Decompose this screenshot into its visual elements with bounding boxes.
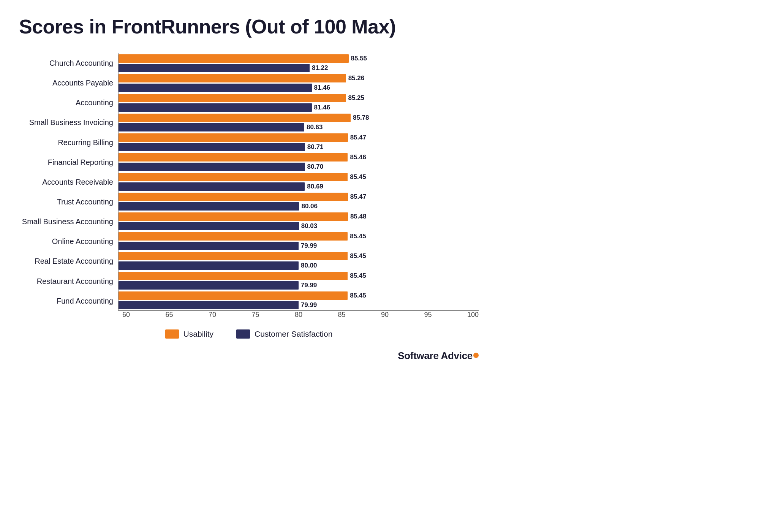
bar-satisfaction-value: 81.46 [314,84,330,92]
bar-usability-value: 85.47 [350,193,367,201]
bar-row-usability: 85.47 [119,193,479,201]
y-label: Accounts Receivable [42,172,113,192]
legend-satisfaction-label: Customer Satisfaction [255,329,332,339]
bar-satisfaction-value: 79.99 [301,301,317,309]
x-tick: 95 [424,311,432,319]
bar-row-satisfaction: 80.70 [119,163,479,171]
bar-row-usability: 85.45 [119,252,479,260]
bar-satisfaction [119,242,299,250]
bar-usability [119,173,348,181]
bar-row-usability: 85.55 [119,54,479,63]
bar-group: 85.4579.99 [119,290,479,310]
bar-usability-value: 85.45 [350,272,366,280]
bar-group: 85.7880.63 [119,112,479,132]
x-tick: 80 [295,311,302,319]
bar-satisfaction [119,64,310,72]
bar-row-usability: 85.48 [119,212,479,221]
bar-row-satisfaction: 80.71 [119,143,479,151]
legend-satisfaction: Customer Satisfaction [236,329,332,339]
bar-usability-value: 85.48 [350,213,367,220]
bar-usability-value: 85.45 [350,252,366,260]
bar-satisfaction [119,281,299,290]
bar-satisfaction [119,261,299,270]
bar-group: 85.4579.99 [119,271,479,290]
chart-title: Scores in FrontRunners (Out of 100 Max) [19,15,479,38]
bar-group: 85.2681.46 [119,73,479,93]
x-tick: 100 [467,311,479,319]
legend-usability-label: Usability [183,329,213,339]
x-tick: 70 [209,311,216,319]
bar-satisfaction-value: 80.69 [307,183,323,190]
bar-satisfaction-value: 81.22 [312,64,328,72]
x-axis-row: 6065707580859095100 [122,311,479,319]
y-label: Real Estate Accounting [35,251,113,271]
bar-usability-value: 85.45 [350,173,366,181]
y-label: Trust Accounting [57,192,113,212]
x-tick: 75 [251,311,259,319]
bar-satisfaction-value: 80.71 [307,143,324,151]
bar-row-usability: 85.45 [119,173,479,181]
bar-row-usability: 85.45 [119,272,479,280]
legend-satisfaction-icon [236,329,250,339]
y-label: Online Accounting [52,231,113,251]
bar-group: 85.4880.03 [119,211,479,231]
bar-row-satisfaction: 81.46 [119,103,479,112]
bar-group: 85.4580.69 [119,172,479,192]
legend-usability-icon [165,329,179,339]
bar-satisfaction [119,103,312,112]
bar-group: 85.4580.00 [119,251,479,271]
bar-satisfaction-value: 80.06 [301,203,318,210]
bar-row-satisfaction: 80.06 [119,202,479,211]
y-label: Financial Reporting [48,152,113,172]
bar-satisfaction-value: 81.46 [314,104,330,111]
y-label: Small Business Accounting [22,212,113,231]
x-tick: 65 [165,311,173,319]
x-tick: 85 [338,311,345,319]
x-tick: 90 [381,311,389,319]
bar-satisfaction-value: 79.99 [301,282,317,289]
bar-group: 85.4579.99 [119,231,479,251]
bar-usability-value: 85.45 [350,292,366,299]
bar-satisfaction [119,222,299,230]
bar-row-usability: 85.25 [119,94,479,102]
bar-row-satisfaction: 80.69 [119,182,479,191]
bar-usability [119,193,348,201]
bar-row-usability: 85.45 [119,291,479,300]
bar-satisfaction-value: 80.70 [307,163,324,171]
y-label: Accounting [76,93,113,112]
bar-satisfaction-value: 79.99 [301,242,317,250]
bars-area: 85.5581.2285.2681.4685.2581.4685.7880.63… [118,53,479,311]
bar-row-usability: 85.26 [119,74,479,82]
bar-satisfaction [119,84,312,92]
y-label: Small Business Invoicing [29,112,113,132]
bar-row-satisfaction: 80.03 [119,222,479,230]
bar-usability [119,252,348,260]
y-label: Accounts Payable [52,73,113,93]
bar-usability-value: 85.26 [348,74,365,82]
bar-satisfaction [119,163,305,171]
bar-row-satisfaction: 79.99 [119,281,479,290]
branding: Software Advice [19,350,479,362]
bar-satisfaction-value: 80.03 [301,222,318,230]
bar-satisfaction [119,202,299,211]
y-label: Restaurant Accounting [37,271,113,291]
bar-row-satisfaction: 81.22 [119,64,479,72]
bar-usability [119,272,348,280]
brand-name: Software Advice [398,350,479,362]
x-tick: 60 [122,311,130,319]
bar-row-usability: 85.45 [119,232,479,241]
bar-usability [119,212,348,221]
bar-group: 85.4780.71 [119,132,479,152]
brand-dot [473,353,479,358]
bar-row-satisfaction: 81.46 [119,84,479,92]
bar-row-usability: 85.46 [119,153,479,162]
bar-usability-value: 85.55 [351,55,367,62]
y-labels: Church AccountingAccounts PayableAccount… [19,53,118,311]
y-label: Recurring Billing [58,133,113,152]
bar-usability [119,133,348,142]
bar-usability [119,114,351,122]
bar-satisfaction [119,182,305,191]
bar-row-satisfaction: 80.00 [119,261,479,270]
bar-usability [119,54,349,63]
bar-usability [119,74,346,82]
